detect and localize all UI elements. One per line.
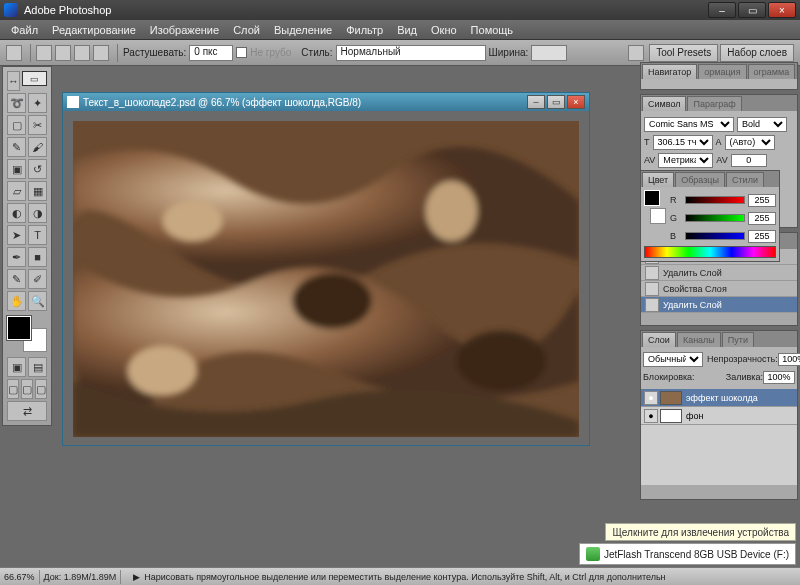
opacity-input[interactable] xyxy=(778,353,800,366)
r-input[interactable] xyxy=(748,194,776,207)
layer-row[interactable]: ●фон xyxy=(641,407,797,425)
trash-icon[interactable] xyxy=(784,314,796,324)
shape-tool[interactable]: ■ xyxy=(28,247,47,267)
layer-new-icon[interactable] xyxy=(768,486,781,498)
tab-histogram[interactable]: ограмма xyxy=(748,64,796,79)
tab-layers[interactable]: Слои xyxy=(642,332,676,347)
window-close-button[interactable]: × xyxy=(768,2,796,18)
tray-balloon[interactable]: JetFlash Transcend 8GB USB Device (F:) xyxy=(579,543,796,565)
layer-comps-tab[interactable]: Набор слоев xyxy=(720,44,794,62)
tab-paragraph[interactable]: Параграф xyxy=(687,96,741,111)
b-slider[interactable] xyxy=(685,232,745,240)
b-input[interactable] xyxy=(748,230,776,243)
document-maximize-button[interactable]: ▭ xyxy=(547,95,565,109)
eye-icon[interactable]: ● xyxy=(644,409,658,423)
kerning-select[interactable]: Метрика xyxy=(658,153,713,168)
zoom-display[interactable]: 66.67% xyxy=(4,572,35,582)
leading-select[interactable]: (Авто) xyxy=(725,135,775,150)
antialias-checkbox[interactable] xyxy=(236,47,247,58)
wand-tool[interactable]: ✦ xyxy=(28,93,47,113)
menu-file[interactable]: Файл xyxy=(4,24,45,36)
tab-navigator[interactable]: Навигатор xyxy=(642,64,697,79)
selection-new-icon[interactable] xyxy=(36,45,52,61)
g-slider[interactable] xyxy=(685,214,745,222)
hue-ramp[interactable] xyxy=(644,246,776,258)
screen-mode-std[interactable]: ▢ xyxy=(7,379,19,399)
doc-info[interactable]: Док: 1.89M/1.89M xyxy=(44,572,117,582)
font-size-select[interactable]: 306.15 тч xyxy=(653,135,713,150)
slice-tool[interactable]: ✂ xyxy=(28,115,47,135)
color-bg-swatch[interactable] xyxy=(650,208,666,224)
font-family-select[interactable]: Comic Sans MS xyxy=(644,117,734,132)
document-titlebar[interactable]: Текст_в_шоколаде2.psd @ 66.7% (эффект шо… xyxy=(63,93,589,111)
brush-tool[interactable]: 🖌 xyxy=(28,137,47,157)
lock-trans-icon[interactable] xyxy=(695,372,705,383)
selection-subtract-icon[interactable] xyxy=(74,45,90,61)
tab-color[interactable]: Цвет xyxy=(642,172,674,187)
history-item[interactable]: Удалить Слой xyxy=(641,297,797,313)
crop-tool[interactable]: ▢ xyxy=(7,115,26,135)
selection-add-icon[interactable] xyxy=(55,45,71,61)
eyedropper-tool[interactable]: ✐ xyxy=(28,269,47,289)
tab-channels[interactable]: Каналы xyxy=(677,332,721,347)
layer-trash-icon[interactable] xyxy=(783,486,796,498)
blend-mode-select[interactable]: Обычный xyxy=(643,352,703,367)
tab-paths[interactable]: Пути xyxy=(722,332,754,347)
tool-presets-tab[interactable]: Tool Presets xyxy=(649,44,718,62)
layer-folder-icon[interactable] xyxy=(738,486,751,498)
tab-character[interactable]: Символ xyxy=(642,96,686,111)
screen-mode-full[interactable]: ▢ xyxy=(21,379,33,399)
canvas[interactable] xyxy=(73,121,579,437)
menu-help[interactable]: Помощь xyxy=(464,24,521,36)
window-maximize-button[interactable]: ▭ xyxy=(738,2,766,18)
stamp-tool[interactable]: ▣ xyxy=(7,159,26,179)
tracking-input[interactable] xyxy=(731,154,767,167)
screen-mode-fullmenubar[interactable]: ▢ xyxy=(35,379,47,399)
quickmask-toggle2[interactable]: ▤ xyxy=(28,357,47,377)
move-tool[interactable]: ↔ xyxy=(7,71,20,91)
new-snapshot-icon[interactable] xyxy=(772,314,784,324)
quickmask-toggle[interactable]: ▣ xyxy=(7,357,26,377)
pen-tool[interactable]: ✒ xyxy=(7,247,26,267)
menu-view[interactable]: Вид xyxy=(390,24,424,36)
feather-input[interactable]: 0 пкс xyxy=(189,45,233,61)
document-minimize-button[interactable]: – xyxy=(527,95,545,109)
hand-tool[interactable]: ✋ xyxy=(7,291,26,311)
eraser-tool[interactable]: ▱ xyxy=(7,181,26,201)
style-select[interactable]: Нормальный xyxy=(336,45,486,61)
gradient-tool[interactable]: ▦ xyxy=(28,181,47,201)
menu-edit[interactable]: Редактирование xyxy=(45,24,143,36)
blur-tool[interactable]: ◐ xyxy=(7,203,26,223)
dodge-tool[interactable]: ◑ xyxy=(28,203,47,223)
menu-window[interactable]: Окно xyxy=(424,24,464,36)
path-tool[interactable]: ➤ xyxy=(7,225,26,245)
history-item[interactable]: Свойства Слоя xyxy=(641,281,797,297)
g-input[interactable] xyxy=(748,212,776,225)
marquee-tool-icon[interactable] xyxy=(6,45,22,61)
font-weight-select[interactable]: Bold xyxy=(737,117,787,132)
selection-intersect-icon[interactable] xyxy=(93,45,109,61)
r-slider[interactable] xyxy=(685,196,745,204)
zoom-tool[interactable]: 🔍 xyxy=(28,291,47,311)
lock-pos-icon[interactable] xyxy=(715,372,725,383)
heal-tool[interactable]: ✎ xyxy=(7,137,26,157)
color-fg-swatch[interactable] xyxy=(644,190,660,206)
menu-image[interactable]: Изображение xyxy=(143,24,226,36)
menu-filter[interactable]: Фильтр xyxy=(339,24,390,36)
lasso-tool[interactable]: ➰ xyxy=(7,93,26,113)
layer-adjust-icon[interactable] xyxy=(753,486,766,498)
notes-tool[interactable]: ✎ xyxy=(7,269,26,289)
layer-fx-icon[interactable] xyxy=(708,486,721,498)
window-minimize-button[interactable]: – xyxy=(708,2,736,18)
foreground-swatch[interactable] xyxy=(7,316,31,340)
type-tool[interactable]: T xyxy=(28,225,47,245)
color-swatches[interactable] xyxy=(7,316,47,352)
layer-mask-icon[interactable] xyxy=(723,486,736,498)
history-item[interactable]: Удалить Слой xyxy=(641,265,797,281)
menu-select[interactable]: Выделение xyxy=(267,24,339,36)
brush-flyout-icon[interactable] xyxy=(628,45,644,61)
lock-pixels-icon[interactable] xyxy=(705,372,715,383)
fill-input[interactable] xyxy=(763,371,795,384)
tab-info[interactable]: ормация xyxy=(698,64,746,79)
marquee-tool[interactable]: ▭ xyxy=(22,71,47,86)
